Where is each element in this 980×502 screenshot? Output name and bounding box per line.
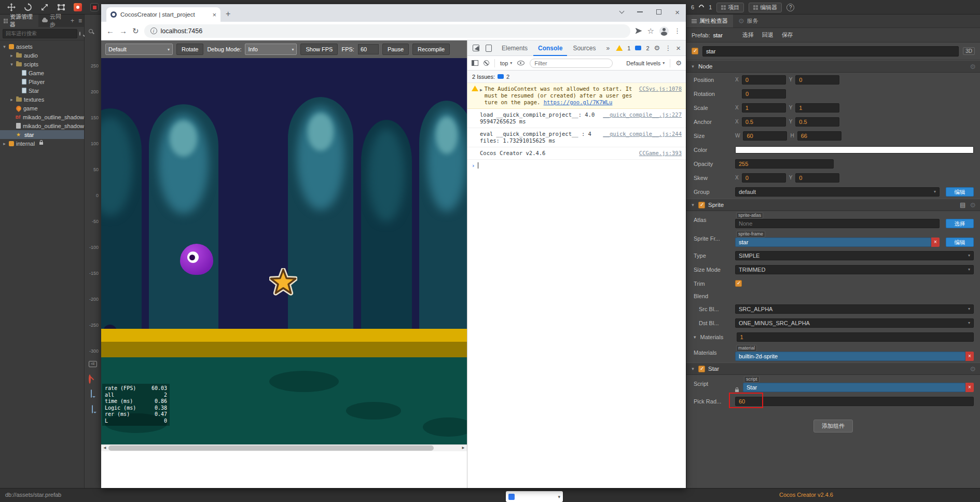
url-text[interactable]: localhost:7456 <box>161 27 203 35</box>
scale-y-field[interactable]: 1 <box>795 103 839 113</box>
rotate-button[interactable]: Rotate <box>176 44 203 55</box>
trim-checkbox[interactable] <box>735 280 742 287</box>
prefab-save-button[interactable]: 保存 <box>782 31 793 39</box>
pick-radius-field[interactable]: 60 <box>735 397 974 406</box>
address-bar[interactable]: i localhost:7456 <box>144 24 630 38</box>
new-tab-button[interactable]: + <box>226 9 230 19</box>
floating-taskbar-fragment[interactable]: ▾ <box>506 491 563 502</box>
console-log-row[interactable]: Cocos Creator v2.4.6 CCGame.js:393 <box>467 147 686 160</box>
issues-bar[interactable]: 2 Issues: 2 <box>467 71 686 83</box>
scrollbar-thumb[interactable] <box>108 445 434 451</box>
message-bubble-icon[interactable] <box>92 405 93 413</box>
sprite-frame-field[interactable]: star <box>735 238 931 247</box>
tree-item-star-prefab[interactable]: ★star <box>0 130 84 139</box>
node-name-input[interactable] <box>702 46 959 57</box>
src-blend-select[interactable]: SRC_ALPHA▾ <box>735 304 974 314</box>
opacity-field[interactable]: 255 <box>735 159 834 169</box>
sprite-section-header[interactable]: ▾ Sprite ▤⚙ <box>686 199 980 211</box>
pinned-app-icon-red[interactable] <box>74 3 82 11</box>
tree-item-game-script[interactable]: Game <box>0 68 84 77</box>
tab-search-icon[interactable] <box>619 9 625 14</box>
site-info-icon[interactable]: i <box>150 27 157 34</box>
tree-item-player-script[interactable]: Player <box>0 77 84 86</box>
add-component-button[interactable]: 添加组件 <box>813 420 853 433</box>
tree-item-textures[interactable]: ▸textures <box>0 95 84 104</box>
tree-item-scipts[interactable]: ▾scipts <box>0 60 84 68</box>
size-mode-select[interactable]: TRIMMED▾ <box>735 265 974 274</box>
tab-sources[interactable]: Sources <box>568 40 600 56</box>
console-warning-row[interactable]: ▶ The AudioContext was not allowed to st… <box>467 83 686 109</box>
add-asset-button[interactable]: + <box>68 17 76 24</box>
browser-tab[interactable]: CocosCreator | start_project × <box>106 7 220 22</box>
console-filter-input[interactable] <box>530 59 613 68</box>
console-url-link[interactable]: https://goo.gl/7K7WLu <box>544 99 613 105</box>
console-settings-icon[interactable]: ⚙ <box>675 59 682 67</box>
anchor-x-field[interactable]: 0.5 <box>742 117 786 127</box>
console-source-link[interactable]: __quick_compile__.js:244 <box>603 131 682 137</box>
device-toolbar-icon[interactable] <box>486 45 492 52</box>
rotate-tool-icon[interactable] <box>24 3 32 11</box>
dst-blend-select[interactable]: ONE_MINUS_SRC_ALPHA▾ <box>735 318 974 328</box>
caret-icon[interactable]: ▾ <box>694 334 696 340</box>
zoom-icon[interactable] <box>89 29 93 33</box>
console-source-link[interactable]: __quick_compile__.js:227 <box>603 111 682 118</box>
inspect-element-icon[interactable] <box>473 45 479 51</box>
tab-elements[interactable]: Elements <box>497 40 532 56</box>
sprite-gear-icon[interactable]: ⚙ <box>970 201 976 209</box>
console-source-link[interactable]: CCGame.js:393 <box>639 150 682 157</box>
caret-icon[interactable]: ▾ <box>691 64 695 69</box>
remove-icon[interactable]: × <box>965 352 974 361</box>
star-enabled-checkbox[interactable] <box>698 366 705 372</box>
console-prompt[interactable]: › <box>467 160 686 171</box>
browser-menu-icon[interactable]: ⋮ <box>674 27 681 35</box>
tree-item-font-file[interactable]: mikado_outline_shadow <box>0 121 84 130</box>
material-field[interactable]: builtin-2d-sprite <box>735 352 965 361</box>
sprite-enabled-checkbox[interactable] <box>698 202 705 208</box>
scene-select[interactable]: Default▾ <box>105 44 173 55</box>
caret-icon[interactable]: ▾ <box>2 44 7 49</box>
fps-input[interactable] <box>358 44 379 54</box>
atlas-select-button[interactable]: 选择 <box>946 219 974 228</box>
message-badge-icon[interactable] <box>635 46 641 50</box>
tab-properties[interactable]: 属性检查器 <box>686 15 733 27</box>
position-y-field[interactable]: 0 <box>795 75 839 85</box>
node-active-checkbox[interactable] <box>692 48 698 54</box>
caret-icon[interactable]: ▸ <box>2 141 7 146</box>
bookmark-star-icon[interactable]: ☆ <box>647 26 654 36</box>
more-tabs-icon[interactable]: » <box>601 40 614 56</box>
clear-console-icon[interactable] <box>484 60 489 66</box>
assets-search-input[interactable] <box>3 29 77 38</box>
scroll-right-icon[interactable]: ► <box>460 445 467 451</box>
devtools-menu-icon[interactable]: ⋮ <box>665 44 671 52</box>
context-select[interactable]: top▾ <box>500 60 512 66</box>
devtools-close-icon[interactable]: × <box>676 44 681 52</box>
search-icon[interactable] <box>79 32 80 36</box>
back-icon[interactable]: ← <box>106 26 114 35</box>
materials-count-field[interactable]: 1 <box>737 332 974 342</box>
live-expression-icon[interactable] <box>517 61 524 65</box>
tree-item-game-scene[interactable]: game <box>0 104 84 113</box>
script-field[interactable]: Star <box>743 383 965 392</box>
skew-x-field[interactable]: 0 <box>742 173 786 183</box>
forward-icon[interactable]: → <box>119 26 127 35</box>
scale-x-field[interactable]: 1 <box>742 103 786 113</box>
tab-services[interactable]: ⚙ 服务 <box>733 15 764 27</box>
horizontal-scrollbar[interactable]: ◄ ► <box>101 444 467 451</box>
remove-icon[interactable]: × <box>965 383 974 392</box>
editor-button[interactable]: 编辑器 <box>749 3 782 12</box>
tree-item-star-script[interactable]: Star <box>0 86 84 95</box>
prefab-revert-button[interactable]: 回退 <box>762 31 774 39</box>
caret-icon[interactable]: ▾ <box>691 202 695 207</box>
terminal-icon[interactable]: ›≡ <box>89 361 97 367</box>
console-log-row[interactable]: load __quick_compile_project__: 4.095947… <box>467 109 686 128</box>
group-edit-button[interactable]: 编辑 <box>946 187 974 197</box>
project-button[interactable]: 项目 <box>716 3 744 12</box>
scroll-left-icon[interactable]: ◄ <box>101 445 108 451</box>
group-select[interactable]: default▾ <box>735 187 940 197</box>
color-swatch[interactable] <box>735 146 974 154</box>
devtools-settings-icon[interactable]: ⚙ <box>654 44 660 52</box>
pinned-app-icon-dark[interactable] <box>90 3 99 11</box>
show-fps-button[interactable]: Show FPS <box>300 44 338 55</box>
tree-item-audio[interactable]: ▸audio <box>0 51 84 60</box>
caret-icon[interactable]: ▾ <box>691 366 695 371</box>
